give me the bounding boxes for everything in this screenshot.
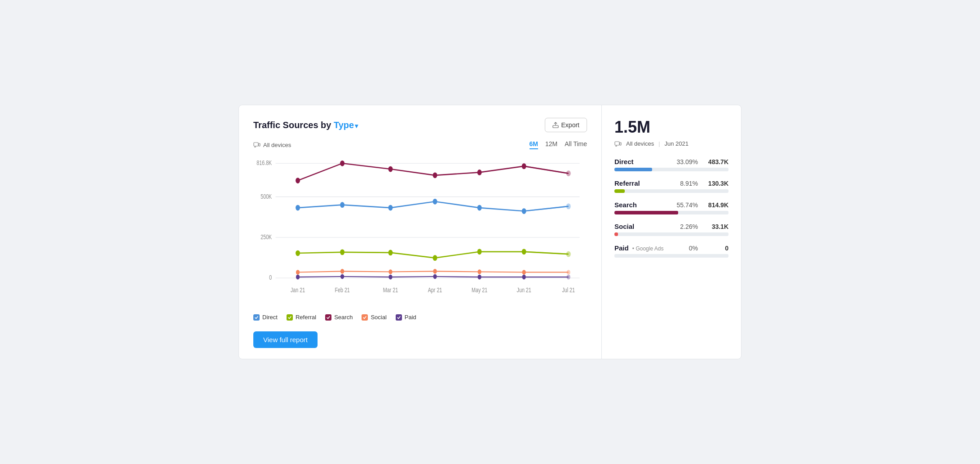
svg-text:Feb 21: Feb 21 (335, 287, 349, 294)
svg-point-45 (433, 269, 437, 274)
svg-point-24 (433, 172, 437, 178)
legend-label-search: Search (334, 314, 353, 321)
source-pct-search: 55.74% (675, 201, 698, 209)
svg-point-22 (340, 161, 344, 166)
right-panel: 1.5M All devices | Jun 2021 Direct 33.09… (602, 105, 741, 359)
source-stats-search: 55.74% 814.9K (675, 201, 728, 209)
source-name-referral: Referral (614, 179, 640, 187)
source-item-paid: Paid • Google Ads 0% 0 (614, 244, 728, 258)
svg-point-49 (296, 275, 300, 280)
svg-rect-3 (259, 143, 260, 146)
svg-text:250K: 250K (260, 234, 272, 241)
device-text: All devices (263, 142, 291, 148)
source-val-referral: 130.3K (705, 180, 728, 187)
source-val-paid: 0 (705, 245, 728, 252)
chart-title: Traffic Sources by Type▾ (253, 120, 358, 130)
devices-icon (253, 142, 260, 148)
svg-point-53 (477, 275, 481, 280)
bar-fill-search (614, 211, 678, 214)
legend-item-direct[interactable]: Direct (253, 314, 278, 321)
source-val-social: 33.1K (705, 223, 728, 230)
svg-rect-2 (254, 143, 258, 146)
chart-legend: Direct Referral Search Social (253, 314, 587, 321)
source-name-paid: Paid • Google Ads (614, 244, 663, 252)
source-name-search: Search (614, 201, 637, 209)
time-filter-6m[interactable]: 6M (530, 140, 538, 149)
bar-track-social (614, 232, 728, 236)
source-pct-direct: 33.09% (675, 158, 698, 165)
type-chevron-icon[interactable]: ▾ (355, 122, 358, 129)
bar-track-search (614, 211, 728, 214)
chart-area: 816.8K 500K 250K 0 Jan 21 Feb 21 Mar 21 … (253, 154, 587, 307)
right-device-sep: | (658, 140, 660, 147)
svg-text:Jan 21: Jan 21 (291, 287, 305, 294)
svg-text:Jul 21: Jul 21 (562, 287, 575, 294)
source-pct-referral: 8.91% (675, 180, 698, 187)
time-filters: 6M 12M All Time (530, 140, 587, 149)
svg-text:0: 0 (269, 274, 272, 281)
main-card: Traffic Sources by Type▾ Export (238, 105, 742, 359)
svg-point-37 (388, 250, 393, 256)
svg-text:500K: 500K (260, 193, 272, 201)
legend-checkbox-referral (287, 314, 293, 321)
legend-label-referral: Referral (296, 314, 316, 321)
source-stats-social: 2.26% 33.1K (675, 223, 728, 230)
bar-track-paid (614, 254, 728, 258)
svg-point-28 (296, 205, 300, 211)
time-filter-alltime[interactable]: All Time (565, 140, 587, 149)
title-prefix: Traffic Sources by (253, 120, 334, 130)
source-val-direct: 483.7K (705, 158, 728, 165)
svg-point-43 (340, 269, 344, 274)
time-filter-12m[interactable]: 12M (545, 140, 557, 149)
legend-checkbox-direct (253, 314, 260, 321)
source-item-social: Social 2.26% 33.1K (614, 223, 728, 236)
title-type[interactable]: Type (334, 120, 354, 130)
legend-label-social: Social (371, 314, 386, 321)
svg-point-42 (296, 270, 300, 275)
legend-label-paid: Paid (405, 314, 416, 321)
legend-item-paid[interactable]: Paid (396, 314, 416, 321)
svg-rect-0 (553, 125, 558, 128)
svg-text:816.8K: 816.8K (256, 160, 272, 167)
source-item-direct: Direct 33.09% 483.7K (614, 158, 728, 171)
right-device-label: All devices (626, 140, 654, 147)
svg-point-46 (477, 269, 481, 274)
legend-checkbox-social (362, 314, 368, 321)
source-header-search: Search 55.74% 814.9K (614, 201, 728, 209)
export-icon (552, 122, 559, 128)
source-item-referral: Referral 8.91% 130.3K (614, 179, 728, 193)
source-pct-paid: 0% (675, 245, 698, 252)
svg-point-38 (433, 255, 437, 261)
svg-point-25 (477, 170, 482, 175)
svg-rect-56 (615, 142, 619, 145)
source-header-social: Social 2.26% 33.1K (614, 223, 728, 230)
svg-point-31 (433, 199, 437, 205)
svg-point-52 (433, 274, 437, 279)
svg-text:Mar 21: Mar 21 (383, 287, 398, 294)
svg-point-35 (296, 250, 300, 256)
legend-item-search[interactable]: Search (325, 314, 353, 321)
source-header-paid: Paid • Google Ads 0% 0 (614, 244, 728, 252)
export-label: Export (561, 121, 579, 129)
source-stats-referral: 8.91% 130.3K (675, 180, 728, 187)
svg-point-55 (567, 275, 570, 280)
svg-rect-57 (620, 143, 621, 145)
legend-label-direct: Direct (262, 314, 278, 321)
bar-fill-social (614, 232, 618, 236)
svg-point-44 (388, 269, 392, 274)
source-stats-direct: 33.09% 483.7K (675, 158, 728, 165)
svg-point-39 (477, 249, 482, 254)
svg-point-26 (522, 163, 526, 169)
svg-point-23 (388, 166, 393, 172)
svg-point-33 (522, 208, 526, 214)
svg-point-29 (340, 202, 344, 208)
svg-text:Jun 21: Jun 21 (517, 287, 531, 294)
right-date: Jun 2021 (665, 140, 689, 147)
legend-item-social[interactable]: Social (362, 314, 386, 321)
source-name-sub-paid: • Google Ads (632, 245, 664, 252)
svg-point-50 (340, 274, 344, 279)
view-full-report-button[interactable]: View full report (253, 331, 318, 348)
bar-fill-direct (614, 168, 652, 171)
legend-item-referral[interactable]: Referral (287, 314, 316, 321)
export-button[interactable]: Export (545, 118, 587, 132)
